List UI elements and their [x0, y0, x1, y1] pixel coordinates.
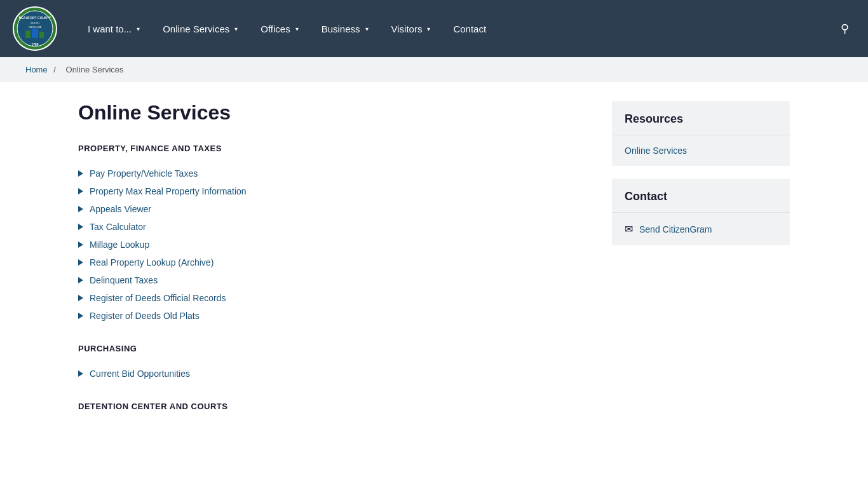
list-item: Register of Deeds Official Records	[78, 289, 587, 307]
contact-card-title: Contact	[612, 179, 790, 213]
chevron-down-icon: ▾	[427, 25, 430, 32]
resources-link-online-services[interactable]: Online Services	[625, 146, 687, 156]
arrow-icon	[78, 259, 83, 266]
section-heading-purchasing: PURCHASING	[78, 344, 587, 353]
nav-item-visitors[interactable]: Visitors ▾	[380, 0, 442, 57]
list-item: Register of Deeds Old Plats	[78, 307, 587, 325]
breadcrumb-separator: /	[53, 65, 56, 74]
property-link-list: Pay Property/Vehicle Taxes Property Max …	[78, 165, 587, 325]
section-purchasing: PURCHASING Current Bid Opportunities	[78, 344, 587, 383]
arrow-icon	[78, 206, 83, 212]
svg-text:SOUTH: SOUTH	[31, 22, 39, 25]
nav-item-offices[interactable]: Offices ▾	[249, 0, 309, 57]
arrow-icon	[78, 170, 83, 177]
breadcrumb-home[interactable]: Home	[25, 65, 48, 74]
chevron-down-icon: ▾	[234, 25, 238, 32]
link-register-deeds[interactable]: Register of Deeds Official Records	[90, 293, 226, 303]
link-real-property-lookup[interactable]: Real Property Lookup (Archive)	[90, 257, 214, 268]
contact-card-body: ✉ Send CitizenGram	[612, 213, 790, 245]
sidebar: Resources Online Services Contact ✉ Send…	[612, 101, 790, 423]
contact-item: ✉ Send CitizenGram	[625, 223, 777, 235]
link-appeals-viewer[interactable]: Appeals Viewer	[90, 204, 151, 214]
breadcrumb: Home / Online Services	[0, 57, 868, 82]
link-register-deeds-plats[interactable]: Register of Deeds Old Plats	[90, 311, 200, 321]
arrow-icon	[78, 295, 83, 301]
list-item: Tax Calculator	[78, 218, 587, 236]
link-tax-calculator[interactable]: Tax Calculator	[90, 222, 146, 232]
section-heading-property: PROPERTY, FINANCE AND TAXES	[78, 144, 587, 153]
breadcrumb-current: Online Services	[66, 65, 124, 74]
link-property-max[interactable]: Property Max Real Property Information	[90, 186, 247, 196]
list-item: Delinquent Taxes	[78, 271, 587, 289]
purchasing-link-list: Current Bid Opportunities	[78, 365, 587, 383]
logo[interactable]: BEAUFORT COUNTY SOUTH CAROLINA 1789	[13, 6, 57, 51]
content-area: Online Services PROPERTY, FINANCE AND TA…	[78, 101, 587, 423]
send-citizengram-link[interactable]: Send CitizenGram	[639, 224, 712, 234]
arrow-icon	[78, 277, 83, 283]
envelope-icon: ✉	[625, 223, 633, 235]
chevron-down-icon: ▾	[365, 25, 369, 32]
section-heading-detention: DETENTION CENTER AND COURTS	[78, 402, 587, 411]
resources-card: Resources Online Services	[612, 101, 790, 166]
link-millage-lookup[interactable]: Millage Lookup	[90, 240, 149, 250]
link-bid-opportunities[interactable]: Current Bid Opportunities	[90, 369, 190, 379]
nav-menu: I want to... ▾ Online Services ▾ Offices…	[76, 0, 855, 57]
nav-item-business[interactable]: Business ▾	[310, 0, 380, 57]
link-delinquent-taxes[interactable]: Delinquent Taxes	[90, 275, 158, 285]
link-pay-property[interactable]: Pay Property/Vehicle Taxes	[90, 168, 198, 179]
arrow-icon	[78, 188, 83, 194]
svg-text:CAROLINA: CAROLINA	[29, 25, 42, 29]
chevron-down-icon: ▾	[295, 25, 299, 32]
svg-text:BEAUFORT COUNTY: BEAUFORT COUNTY	[19, 16, 51, 20]
nav-item-contact[interactable]: Contact	[442, 0, 498, 57]
list-item: Pay Property/Vehicle Taxes	[78, 165, 587, 182]
svg-rect-6	[32, 29, 38, 38]
section-property: PROPERTY, FINANCE AND TAXES Pay Property…	[78, 144, 587, 325]
list-item: Millage Lookup	[78, 236, 587, 254]
svg-rect-5	[25, 30, 31, 38]
nav-item-iwantto[interactable]: I want to... ▾	[76, 0, 151, 57]
main-container: Online Services PROPERTY, FINANCE AND TA…	[53, 82, 815, 442]
contact-card: Contact ✉ Send CitizenGram	[612, 179, 790, 245]
nav-item-online-services[interactable]: Online Services ▾	[151, 0, 249, 57]
chevron-down-icon: ▾	[137, 25, 140, 32]
resources-card-body: Online Services	[612, 135, 790, 166]
arrow-icon	[78, 313, 83, 319]
list-item: Property Max Real Property Information	[78, 182, 587, 200]
svg-rect-7	[39, 32, 44, 38]
list-item: Real Property Lookup (Archive)	[78, 254, 587, 271]
resources-card-title: Resources	[612, 101, 790, 135]
arrow-icon	[78, 370, 83, 377]
arrow-icon	[78, 224, 83, 230]
svg-text:1789: 1789	[31, 43, 38, 46]
list-item: Current Bid Opportunities	[78, 365, 587, 383]
page-title: Online Services	[78, 101, 587, 125]
navbar: BEAUFORT COUNTY SOUTH CAROLINA 1789 I wa…	[0, 0, 868, 57]
section-detention: DETENTION CENTER AND COURTS	[78, 402, 587, 411]
search-icon[interactable]: ⚲	[834, 22, 855, 36]
arrow-icon	[78, 241, 83, 248]
list-item: Appeals Viewer	[78, 200, 587, 218]
